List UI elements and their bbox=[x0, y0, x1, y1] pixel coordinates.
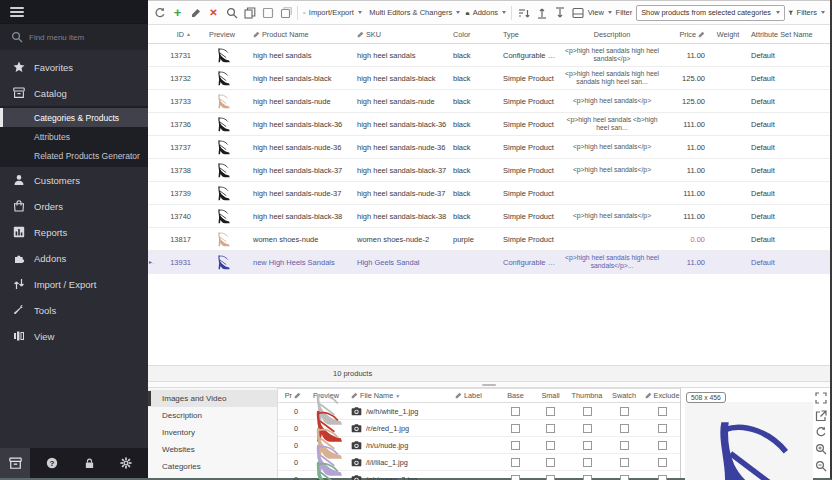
table-row[interactable]: 13733 high heel sandals-nude high heel s… bbox=[148, 90, 830, 113]
column-header-thumbnail[interactable]: Thumbna bbox=[568, 391, 606, 400]
base-checkbox[interactable] bbox=[498, 407, 533, 416]
column-header-position[interactable]: Pr bbox=[284, 391, 304, 400]
swatch-checkbox[interactable] bbox=[606, 475, 642, 480]
help-icon[interactable]: ? bbox=[37, 448, 67, 478]
lock-icon[interactable] bbox=[74, 448, 104, 478]
small-checkbox[interactable] bbox=[533, 407, 568, 416]
column-header-type[interactable]: Type bbox=[500, 30, 560, 39]
swatch-checkbox[interactable] bbox=[606, 407, 642, 416]
small-checkbox[interactable] bbox=[533, 424, 568, 433]
panel-layout-button[interactable] bbox=[569, 4, 586, 22]
multi-editors-menu[interactable]: Multi Editors & Changers bbox=[365, 4, 462, 22]
sidebar-item-attributes[interactable]: Attributes bbox=[0, 127, 148, 146]
splitter-grip[interactable] bbox=[482, 384, 496, 386]
table-row[interactable]: 13817 women shoes-nude women shoes-nude-… bbox=[148, 228, 830, 251]
column-header-description[interactable]: Description bbox=[560, 30, 664, 39]
sidebar-item-categories-products[interactable]: Categories & Products bbox=[0, 108, 148, 127]
thumbnail-checkbox[interactable] bbox=[568, 407, 606, 416]
table-row[interactable]: 13740 high heel sandals-black-38 high he… bbox=[148, 205, 830, 228]
sidebar-item-related-products-generator[interactable]: Related Products Generator bbox=[0, 146, 148, 165]
column-header-swatch[interactable]: Swatch bbox=[606, 391, 642, 400]
table-row[interactable]: 13736 high heel sandals-black-36 high he… bbox=[148, 113, 830, 136]
menu-search-input[interactable] bbox=[29, 33, 129, 42]
column-header-color[interactable]: Color bbox=[450, 30, 500, 39]
base-checkbox[interactable] bbox=[498, 441, 533, 450]
category-filter-select[interactable]: Show products from selected categories bbox=[636, 5, 785, 21]
store-switcher-button[interactable] bbox=[0, 448, 30, 478]
column-header-base[interactable]: Base bbox=[498, 391, 533, 400]
sort-button[interactable] bbox=[515, 4, 532, 22]
paste-button[interactable] bbox=[277, 4, 294, 22]
sidebar-item-tools[interactable]: Tools bbox=[0, 297, 148, 323]
column-header-label[interactable]: Label bbox=[452, 391, 498, 400]
tab-images-and-video[interactable]: Images and Video bbox=[148, 390, 277, 407]
view-menu[interactable]: View bbox=[587, 4, 613, 22]
copy-button[interactable] bbox=[241, 4, 258, 22]
sidebar-item-view[interactable]: View bbox=[0, 323, 148, 349]
thumbnail-checkbox[interactable] bbox=[568, 441, 606, 450]
tab-description[interactable]: Description bbox=[148, 407, 277, 424]
sidebar-item-reports[interactable]: Reports bbox=[0, 219, 148, 245]
base-checkbox[interactable] bbox=[498, 475, 533, 480]
open-external-icon[interactable] bbox=[815, 410, 827, 422]
sidebar-item-favorites[interactable]: Favorites bbox=[0, 54, 148, 80]
exclude-checkbox[interactable] bbox=[642, 441, 682, 450]
column-header-price[interactable]: Price bbox=[664, 30, 708, 39]
swatch-checkbox[interactable] bbox=[606, 441, 642, 450]
sidebar-item-orders[interactable]: Orders bbox=[0, 193, 148, 219]
expand-rows-button[interactable] bbox=[533, 4, 550, 22]
base-checkbox[interactable] bbox=[498, 458, 533, 467]
filters-menu[interactable]: Filters bbox=[786, 4, 827, 22]
sidebar-search[interactable] bbox=[0, 24, 148, 50]
edit-product-button[interactable] bbox=[187, 4, 204, 22]
refresh-button[interactable] bbox=[151, 4, 168, 22]
column-header-preview[interactable]: Preview bbox=[194, 30, 250, 39]
tab-related-products[interactable]: Related Products bbox=[148, 475, 277, 480]
small-checkbox[interactable] bbox=[533, 441, 568, 450]
sidebar-item-import-export[interactable]: Import / Export bbox=[0, 271, 148, 297]
add-product-button[interactable]: + bbox=[169, 4, 186, 22]
column-header-id[interactable]: ID▲ bbox=[154, 30, 194, 39]
table-row[interactable]: 13732 high heel sandals-black high heel … bbox=[148, 67, 830, 90]
exclude-checkbox[interactable] bbox=[642, 475, 682, 480]
tab-websites[interactable]: Websites bbox=[148, 441, 277, 458]
zoom-in-icon[interactable] bbox=[815, 443, 827, 455]
rotate-icon[interactable] bbox=[815, 426, 827, 438]
table-row[interactable]: 13738 high heel sandals-black-37 high he… bbox=[148, 159, 830, 182]
base-checkbox[interactable] bbox=[498, 424, 533, 433]
tab-inventory[interactable]: Inventory bbox=[148, 424, 277, 441]
small-checkbox[interactable] bbox=[533, 475, 568, 480]
column-header-attribute-set[interactable]: Attribute Set Name bbox=[748, 30, 830, 39]
import-export-menu[interactable]: Import/Export bbox=[301, 4, 364, 22]
thumbnail-checkbox[interactable] bbox=[568, 475, 606, 480]
search-products-button[interactable] bbox=[223, 4, 240, 22]
swatch-checkbox[interactable] bbox=[606, 424, 642, 433]
column-header-sku[interactable]: SKU bbox=[354, 30, 450, 39]
sidebar-item-customers[interactable]: Customers bbox=[0, 167, 148, 193]
table-row[interactable]: 13739 high heel sandals-nude-37 high hee… bbox=[148, 182, 830, 205]
exclude-checkbox[interactable] bbox=[642, 407, 682, 416]
fullscreen-icon[interactable] bbox=[815, 392, 827, 404]
table-row[interactable]: 13737 high heel sandals-nude-36 high hee… bbox=[148, 136, 830, 159]
exclude-checkbox[interactable] bbox=[642, 458, 682, 467]
column-header-product-name[interactable]: Product Name bbox=[250, 30, 354, 39]
addons-menu[interactable]: Addons bbox=[463, 4, 508, 22]
gear-icon[interactable] bbox=[111, 448, 141, 478]
table-row-selected[interactable]: ▸ 13931 new High Heels Sandals High Geel… bbox=[148, 251, 830, 274]
delete-product-button[interactable]: ✕ bbox=[205, 4, 222, 22]
sidebar-item-addons[interactable]: Addons bbox=[0, 245, 148, 271]
column-header-exclude[interactable]: Exclude bbox=[642, 391, 682, 400]
thumbnail-checkbox[interactable] bbox=[568, 424, 606, 433]
column-header-small[interactable]: Small bbox=[533, 391, 568, 400]
exclude-checkbox[interactable] bbox=[642, 424, 682, 433]
tab-categories[interactable]: Categories bbox=[148, 458, 277, 475]
small-checkbox[interactable] bbox=[533, 458, 568, 467]
column-header-weight[interactable]: Weight bbox=[708, 30, 748, 39]
hamburger-menu-icon[interactable] bbox=[10, 5, 24, 19]
zoom-out-icon[interactable] bbox=[815, 460, 827, 472]
swatch-checkbox[interactable] bbox=[606, 458, 642, 467]
collapse-rows-button[interactable] bbox=[551, 4, 568, 22]
thumbnail-checkbox[interactable] bbox=[568, 458, 606, 467]
checkbox-select-button[interactable] bbox=[259, 4, 276, 22]
table-row[interactable]: 13731 high heel sandals high heel sandal… bbox=[148, 44, 830, 67]
